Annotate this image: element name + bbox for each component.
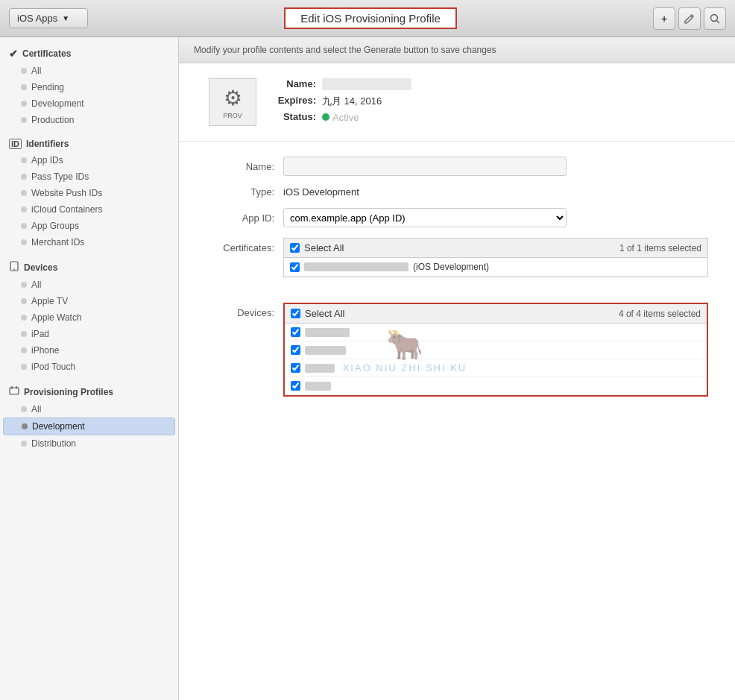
sidebar-section-header-certificates: ✔ Certificates (0, 43, 178, 63)
sidebar-item-devices-all[interactable]: All (0, 277, 178, 293)
add-button[interactable]: + (653, 7, 675, 30)
sidebar-section-certificates: ✔ Certificates All Pending Development P… (0, 43, 178, 128)
sidebar-section-label-devices: Devices (24, 262, 57, 273)
devices-icon (9, 261, 19, 274)
sidebar-item-certs-pending[interactable]: Pending (0, 79, 178, 95)
main-area: ✔ Certificates All Pending Development P… (0, 37, 735, 700)
top-bar-actions: + (653, 7, 726, 30)
devices-section: Devices: Select All 4 of 4 items selecte… (209, 303, 705, 397)
device-checkbox-2[interactable] (291, 345, 300, 355)
certificates-container: Select All 1 of 1 items selected (iOS De… (283, 238, 708, 277)
gear-icon: ⚙ (224, 86, 242, 110)
dot-icon (21, 315, 27, 321)
content-area: Modify your profile contents and select … (179, 37, 735, 700)
dot-icon (21, 239, 27, 245)
dot-icon (21, 157, 27, 163)
certs-select-all-row: Select All (290, 242, 619, 253)
app-id-select[interactable]: com.example.app (App ID) (283, 208, 567, 227)
devices-select-all-checkbox[interactable] (291, 309, 300, 318)
certs-select-all-checkbox[interactable] (290, 243, 300, 253)
dot-icon (21, 117, 27, 123)
form-area: Name: Type: iOS Development App ID: (179, 142, 735, 303)
form-type-label: Type: (209, 186, 283, 198)
app-wrapper: iOS Apps ▼ Edit iOS Provisioning Profile… (0, 0, 735, 700)
profile-fields: Name: Expires: 九月 14, 2016 Status: Activ… (271, 78, 411, 123)
devices-list (285, 324, 707, 395)
form-row-name: Name: (209, 157, 705, 176)
top-bar: iOS Apps ▼ Edit iOS Provisioning Profile… (0, 0, 735, 37)
edit-button[interactable] (678, 7, 701, 30)
form-row-certificates: Certificates: Select All 1 of 1 items se… (209, 238, 705, 277)
cert-name-blurred (304, 262, 408, 271)
form-devices-label: Devices: (209, 303, 283, 318)
sidebar-item-merchant-ids[interactable]: Merchant IDs (0, 234, 178, 250)
form-certs-label: Certificates: (209, 238, 283, 253)
certs-count: 1 of 1 items selected (619, 243, 701, 253)
provisioning-file-icon: ⚙ PROV (209, 78, 256, 126)
device-name-blur-2 (305, 346, 346, 355)
sidebar: ✔ Certificates All Pending Development P… (0, 37, 179, 700)
identifiers-icon: ID (9, 139, 22, 149)
page-title: Edit iOS Provisioning Profile (284, 7, 457, 29)
sidebar-item-certs-production[interactable]: Production (0, 112, 178, 128)
sidebar-item-ipod-touch[interactable]: iPod Touch (0, 359, 178, 375)
device-checkbox-4[interactable] (291, 381, 300, 391)
sidebar-section-provisioning: Provisioning Profiles All Development Di… (0, 381, 178, 452)
dot-icon (21, 101, 27, 107)
sidebar-section-header-devices: Devices (0, 256, 178, 277)
sidebar-item-apple-watch[interactable]: Apple Watch (0, 309, 178, 326)
sidebar-item-app-groups[interactable]: App Groups (0, 218, 178, 234)
profile-expires-value: 九月 14, 2016 (322, 95, 382, 107)
dot-icon (21, 441, 27, 447)
sidebar-item-provisioning-development[interactable]: Development (3, 417, 175, 435)
device-item (285, 324, 707, 341)
sidebar-item-provisioning-distribution[interactable]: Distribution (0, 435, 178, 452)
sidebar-item-iphone[interactable]: iPhone (0, 342, 178, 359)
content-header-message: Modify your profile contents and select … (194, 45, 496, 55)
certs-header: Select All 1 of 1 items selected (284, 239, 707, 258)
content-header: Modify your profile contents and select … (179, 37, 735, 63)
sidebar-item-ipad[interactable]: iPad (0, 326, 178, 342)
profile-expires-label: Expires: (271, 95, 316, 107)
device-name-blur-4 (305, 382, 331, 391)
sidebar-item-pass-type-ids[interactable]: Pass Type IDs (0, 168, 178, 185)
device-name-blur-1 (305, 328, 350, 337)
dot-icon (21, 174, 27, 180)
form-name-label: Name: (209, 161, 283, 172)
name-input[interactable] (283, 157, 567, 176)
search-button[interactable] (704, 7, 726, 30)
sidebar-item-apple-tv[interactable]: Apple TV (0, 293, 178, 309)
profile-name-value (322, 78, 411, 90)
sidebar-item-website-push-ids[interactable]: Website Push IDs (0, 185, 178, 201)
certs-list: (iOS Development) (284, 258, 707, 277)
dot-icon (22, 423, 28, 429)
sidebar-item-certs-development[interactable]: Development (0, 95, 178, 112)
devices-select-all-row: Select All (291, 308, 619, 319)
sidebar-item-certs-all[interactable]: All (0, 63, 178, 79)
dot-icon (21, 190, 27, 196)
sidebar-item-app-ids[interactable]: App IDs (0, 152, 178, 168)
sidebar-section-label-identifiers: Identifiers (26, 139, 69, 149)
certificate-icon: ✔ (9, 48, 18, 60)
svg-point-0 (711, 14, 718, 21)
form-name-value (283, 157, 705, 176)
devices-header: Select All 4 of 4 items selected (285, 304, 707, 324)
certs-select-all-label: Select All (304, 242, 344, 253)
sidebar-item-provisioning-all[interactable]: All (0, 401, 178, 417)
form-row-app-id: App ID: com.example.app (App ID) (209, 208, 705, 227)
dot-icon (21, 68, 27, 74)
sidebar-section-header-identifiers: ID Identifiers (0, 134, 178, 152)
devices-count: 4 of 4 items selected (619, 309, 701, 319)
chevron-down-icon: ▼ (62, 14, 69, 22)
device-checkbox-1[interactable] (291, 327, 300, 337)
svg-line-1 (717, 20, 720, 23)
form-certs-value: Select All 1 of 1 items selected (iOS De… (283, 238, 708, 277)
ios-apps-dropdown[interactable]: iOS Apps ▼ (9, 8, 88, 28)
device-checkbox-3[interactable] (291, 363, 300, 373)
cert-type: (iOS Development) (413, 262, 489, 272)
profile-info-area: ⚙ PROV Name: Expires: 九月 14, 2016 Status… (179, 63, 735, 142)
cert-checkbox[interactable] (290, 262, 300, 272)
sidebar-item-icloud-containers[interactable]: iCloud Containers (0, 201, 178, 218)
dot-icon (21, 84, 27, 90)
dot-icon (21, 364, 27, 370)
